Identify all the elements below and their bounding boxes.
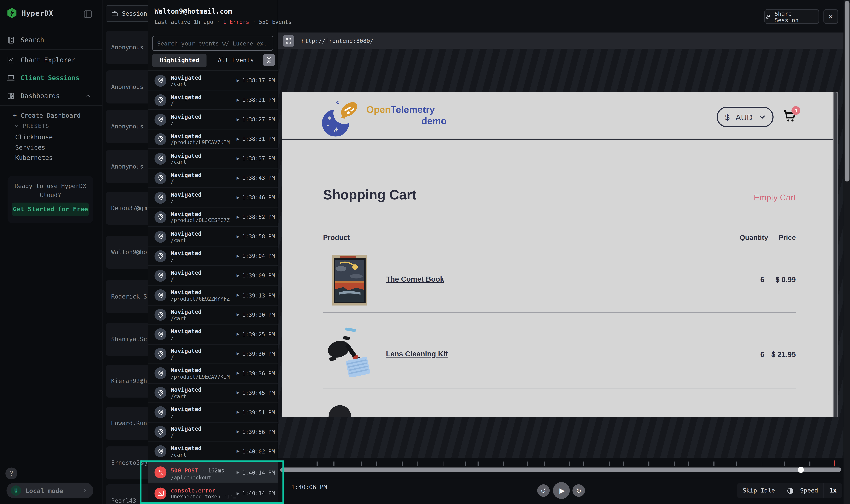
play-marker-icon: ▶ — [237, 313, 240, 317]
play-marker-icon: ▶ — [237, 254, 240, 258]
play-button[interactable]: ▶ — [553, 482, 570, 499]
demo-brand[interactable]: OpenTelemetry demo — [366, 104, 447, 127]
column-header-quantity: Quantity — [740, 234, 768, 242]
sidebar-item-chart-explorer[interactable]: Chart Explorer — [0, 53, 102, 67]
tab-highlighted[interactable]: Highlighted — [152, 54, 207, 67]
currency-select[interactable]: $ AUD — [716, 107, 774, 127]
close-button[interactable]: ✕ — [823, 9, 838, 24]
event-search-input[interactable] — [152, 36, 273, 51]
preset-kubernetes[interactable]: Kubernetes — [15, 154, 53, 162]
product-link[interactable]: The Comet Book — [386, 275, 444, 283]
event-row[interactable]: Navigated/product/L9ECAV7KIM▶1:39:36 PM — [148, 364, 278, 383]
page-scrollbar-thumb[interactable] — [834, 92, 837, 417]
event-row[interactable]: Navigated/▶1:38:43 PM — [148, 168, 278, 188]
event-time: 1:38:27 PM — [242, 116, 275, 123]
sidebar-item-label: Dashboards — [21, 92, 60, 100]
skip-idle-toggle-icon[interactable] — [786, 487, 794, 494]
speed-group[interactable]: Speed 1x — [795, 483, 842, 498]
expand-replay-button[interactable] — [283, 35, 294, 46]
event-row[interactable]: Navigated/cart▶1:38:17 PM — [148, 71, 278, 90]
event-path: / — [171, 413, 237, 419]
event-row[interactable]: Navigated/product/L9ECAV7KIM▶1:38:31 PM — [148, 129, 278, 149]
forward-button[interactable]: ↻ — [572, 484, 585, 497]
column-header-price: Price — [779, 234, 796, 242]
event-row[interactable]: Navigated/▶1:39:51 PM — [148, 403, 278, 422]
sidebar-item-search[interactable]: Search — [0, 33, 102, 47]
page-scrollbar[interactable] — [833, 92, 838, 417]
timeline-tick — [674, 462, 675, 466]
event-row-console-error[interactable]: console.error Unexpected token 'I'… ▶1:4… — [148, 483, 278, 504]
timeline-tick — [736, 462, 737, 466]
event-row[interactable]: Navigated/cart▶1:39:20 PM — [148, 305, 278, 325]
location-pin-icon — [155, 348, 167, 360]
app-logo[interactable]: HyperDX — [6, 8, 53, 18]
sidebar-item-label: Chart Explorer — [21, 56, 75, 64]
play-marker-icon: ▶ — [237, 371, 240, 376]
rewind-button[interactable]: ↺ — [537, 484, 550, 497]
app-scrollbar[interactable] — [844, 0, 850, 504]
play-icon: ▶ — [559, 486, 565, 494]
tab-all-events[interactable]: All Events — [211, 54, 261, 67]
cart-button[interactable]: 4 — [782, 109, 801, 126]
get-started-button[interactable]: Get Started for Free — [12, 203, 89, 216]
play-marker-icon: ▶ — [237, 391, 240, 395]
play-marker-icon: ▶ — [237, 137, 240, 141]
help-button[interactable]: ? — [5, 468, 17, 480]
play-marker-icon: ▶ — [237, 332, 240, 337]
share-session-button[interactable]: Share Session — [764, 9, 819, 24]
app-scrollbar-thumb[interactable] — [844, 1, 849, 181]
sidebar-collapse-icon[interactable] — [83, 9, 93, 19]
event-row[interactable]: Navigated/cart▶1:39:45 PM — [148, 383, 278, 403]
location-pin-icon — [155, 426, 167, 438]
event-time: 1:38:43 PM — [242, 175, 275, 181]
event-path: /cart — [171, 237, 237, 243]
line-chart-icon — [6, 56, 15, 65]
group-separator — [823, 483, 824, 498]
replay-url-bar: http://frontend:8080/ — [278, 33, 844, 49]
event-row[interactable]: Navigated/▶1:39:04 PM — [148, 247, 278, 266]
event-row[interactable]: Navigated/▶1:39:56 PM — [148, 422, 278, 442]
product-link[interactable]: Lens Cleaning Kit — [386, 350, 448, 358]
speed-value: 1x — [829, 487, 836, 494]
event-path: / — [171, 178, 237, 184]
dashboards-icon — [6, 91, 15, 100]
event-title: Navigated — [171, 93, 237, 100]
location-pin-icon — [155, 250, 167, 262]
collapse-events-button[interactable] — [263, 54, 275, 66]
event-title: Navigated — [171, 289, 237, 295]
timeline-track[interactable] — [280, 468, 841, 472]
event-time: 1:39:13 PM — [242, 292, 275, 298]
event-title: Navigated — [171, 172, 237, 178]
timeline-tick — [688, 462, 689, 466]
event-row[interactable]: Navigated/product/6E92ZMYYFZ▶1:39:13 PM — [148, 286, 278, 305]
event-row[interactable]: Navigated/▶1:39:09 PM — [148, 266, 278, 286]
empty-cart-link[interactable]: Empty Cart — [754, 193, 796, 203]
preset-services[interactable]: Services — [15, 144, 45, 151]
event-row[interactable]: Navigated/cart▶1:40:02 PM — [148, 442, 278, 461]
event-path: / — [171, 101, 237, 107]
presets-toggle[interactable]: PRESETS — [14, 123, 50, 129]
event-row[interactable]: Navigated/▶1:38:21 PM — [148, 90, 278, 110]
preset-clickhouse[interactable]: Clickhouse — [15, 133, 53, 141]
timeline-tick — [503, 462, 504, 466]
tab-sessions-label: Sessions — [122, 10, 151, 17]
create-dashboard-link[interactable]: + Create Dashboard — [13, 111, 81, 119]
sidebar-item-dashboards[interactable]: Dashboards — [0, 89, 102, 103]
timeline-tick — [527, 462, 528, 466]
event-row-network-error[interactable]: 500 POST · 162ms /api/checkout ▶1:40:14 … — [148, 462, 278, 483]
event-row[interactable]: Navigated/cart▶1:38:58 PM — [148, 227, 278, 247]
timeline-tick — [713, 462, 714, 466]
local-mode-menu[interactable]: U Local mode — [6, 483, 93, 499]
sidebar-item-client-sessions[interactable]: Client Sessions — [0, 71, 102, 85]
event-row[interactable]: Navigated/cart▶1:38:37 PM — [148, 149, 278, 168]
tab-sessions[interactable]: Sessions — [106, 5, 155, 22]
event-row[interactable]: Navigated/▶1:39:30 PM — [148, 344, 278, 364]
event-time: 1:38:21 PM — [242, 97, 275, 103]
event-time: 1:39:45 PM — [242, 390, 275, 396]
cloud-promo-text: Ready to use HyperDXCloud? — [12, 181, 89, 200]
event-row[interactable]: Navigated/▶1:38:27 PM — [148, 110, 278, 129]
event-time: 1:39:56 PM — [242, 429, 275, 435]
event-row[interactable]: Navigated/▶1:39:25 PM — [148, 325, 278, 344]
event-row[interactable]: Navigated/product/OLJCESPC7Z▶1:38:52 PM — [148, 208, 278, 227]
event-row[interactable]: Navigated/▶1:38:46 PM — [148, 188, 278, 208]
